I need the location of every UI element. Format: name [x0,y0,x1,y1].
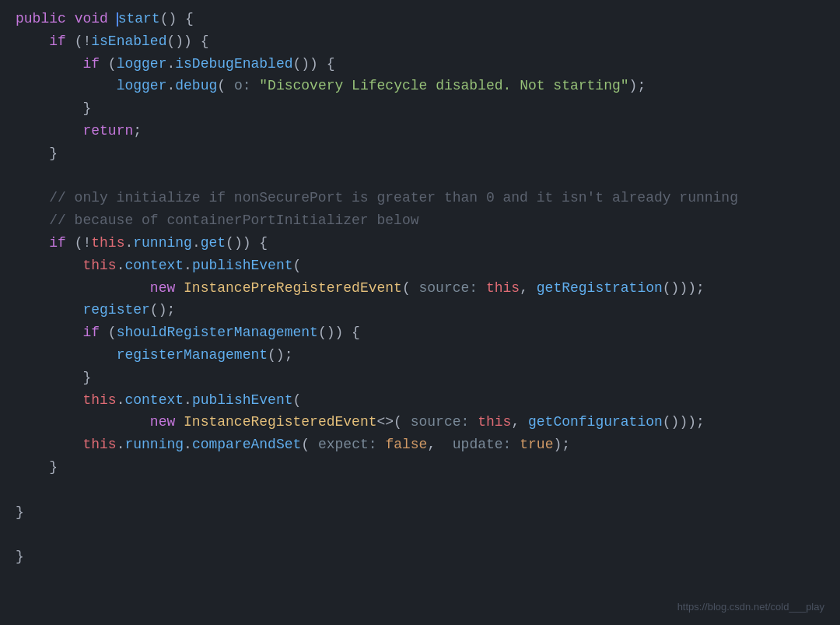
code-line: new InstancePreRegisteredEvent( source: … [16,277,824,300]
code-line [16,479,824,501]
watermark: https://blog.csdn.net/cold___play [677,599,824,616]
code-line: register(); [16,299,824,321]
code-line: return; [16,120,824,142]
code-line: // because of containerPortInitializer b… [16,209,824,232]
code-line: if (!isEnabled()) { [16,30,824,53]
code-line [16,165,824,188]
code-line: new InstanceRegisteredEvent<>( source: t… [16,411,824,434]
code-line: } [16,456,824,479]
code-line: } [16,97,824,120]
code-line: // only initialize if nonSecurePort is g… [16,187,824,209]
code-line: if (!this.running.get()) { [16,232,824,255]
code-line: this.running.compareAndSet( expect: fals… [16,434,824,456]
code-line: this.context.publishEvent( [16,255,824,277]
code-line: registerManagement(); [16,344,824,367]
code-line: if (logger.isDebugEnabled()) { [16,53,824,75]
code-line: } [16,142,824,165]
code-line [16,523,824,546]
code-line: public void start() { [16,8,824,30]
code-line: } [16,367,824,389]
code-editor: public void start() { if (!isEnabled()) … [0,0,840,625]
code-line: this.context.publishEvent( [16,389,824,412]
code-line: } [16,501,824,524]
code-content: public void start() { if (!isEnabled()) … [16,8,824,568]
code-line: } [16,546,824,568]
code-line: logger.debug( o: "Discovery Lifecycle di… [16,75,824,97]
code-line: if (shouldRegisterManagement()) { [16,321,824,344]
